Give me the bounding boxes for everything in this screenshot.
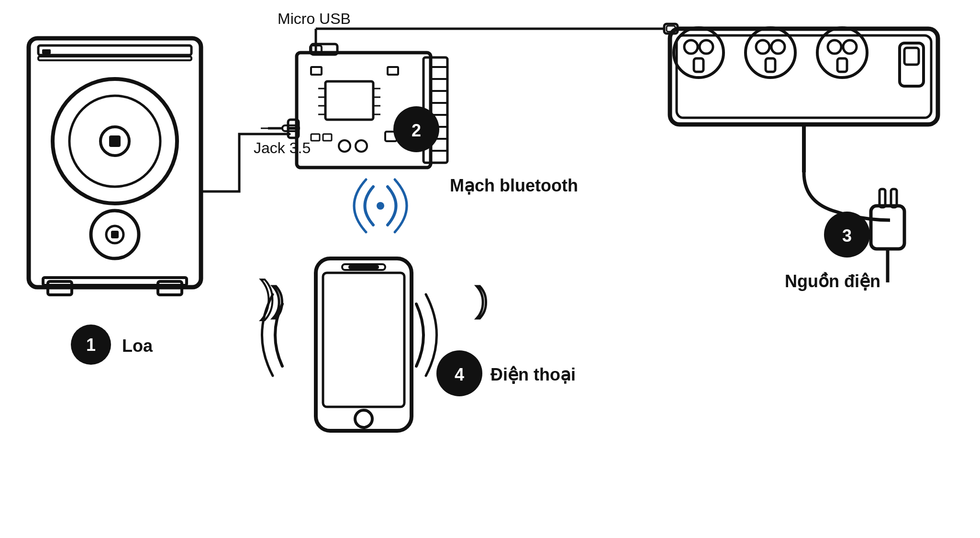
number-2-text: 2	[412, 121, 421, 140]
svg-rect-1	[38, 45, 191, 55]
loa-label: Loa	[122, 336, 153, 356]
number-3-text: 3	[842, 226, 852, 246]
power-plug-icon	[871, 189, 904, 282]
svg-rect-2	[42, 49, 51, 54]
svg-rect-65	[348, 265, 379, 269]
svg-rect-10	[111, 231, 119, 238]
svg-point-66	[355, 410, 372, 427]
mach-bluetooth-label: Mạch bluetooth	[450, 176, 578, 195]
svg-point-50	[756, 40, 769, 54]
number-1-text: 1	[86, 335, 96, 355]
svg-rect-48	[694, 58, 703, 72]
svg-rect-59	[871, 206, 904, 249]
micro-usb-label: Micro USB	[278, 10, 351, 27]
svg-rect-35	[311, 67, 322, 75]
svg-text:(: (	[477, 280, 488, 318]
svg-rect-43	[670, 29, 938, 124]
svg-rect-36	[388, 67, 398, 75]
svg-point-41	[356, 140, 367, 152]
number-4-text: 4	[455, 365, 464, 384]
svg-rect-56	[837, 58, 847, 72]
micro-usb-connector	[310, 24, 678, 54]
dien-thoai-label: Điện thoại	[490, 365, 576, 384]
phone-icon: ) ) (	[261, 258, 488, 431]
svg-point-40	[339, 140, 350, 152]
svg-rect-37	[311, 134, 320, 141]
svg-point-46	[684, 40, 698, 54]
svg-point-47	[700, 40, 713, 54]
svg-point-42	[377, 202, 384, 210]
diagram: 1 Loa	[0, 0, 980, 538]
svg-rect-7	[109, 135, 121, 147]
svg-rect-58	[904, 48, 919, 65]
svg-rect-63	[323, 273, 404, 407]
svg-rect-44	[677, 35, 931, 118]
svg-point-55	[843, 40, 857, 54]
svg-rect-38	[323, 134, 332, 141]
svg-point-54	[828, 40, 841, 54]
svg-rect-62	[316, 258, 412, 431]
jack-connector	[261, 125, 299, 131]
nguon-dien-label: Nguồn điện	[785, 271, 880, 291]
jack-35-label: Jack 3.5	[254, 139, 311, 157]
bluetooth-waves	[354, 179, 407, 232]
speaker-icon	[29, 38, 201, 295]
svg-point-51	[771, 40, 785, 54]
svg-rect-26	[325, 81, 373, 120]
svg-rect-3	[38, 56, 191, 60]
svg-rect-52	[766, 58, 775, 72]
